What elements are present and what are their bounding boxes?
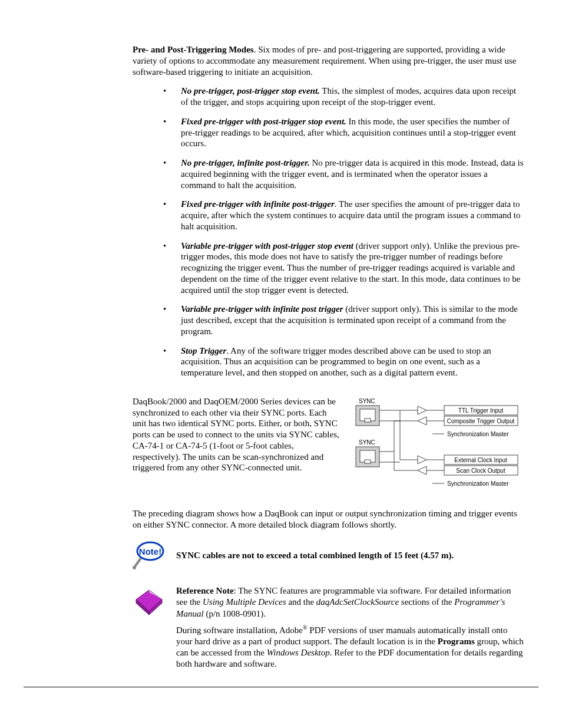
mode-name: Variable pre-trigger with post-trigger s…: [181, 241, 353, 251]
svg-text:SYNC: SYNC: [359, 439, 375, 446]
svg-point-41: [133, 566, 136, 569]
ref-text: During software installation, Adobe: [176, 625, 303, 635]
reference-body: Reference Note: The SYNC features are pr…: [176, 585, 524, 674]
list-item: Fixed pre-trigger with infinite post-tri…: [133, 199, 524, 232]
registered-symbol: ®: [303, 624, 308, 631]
mode-name: Stop Trigger: [181, 346, 226, 355]
svg-line-40: [135, 558, 141, 566]
intro-paragraph: Pre- and Post-Triggering Modes. Six mode…: [133, 44, 524, 77]
svg-marker-12: [418, 417, 427, 425]
ref-link: daqAdcSetClockSource: [316, 597, 399, 607]
ref-text: sections of the: [399, 597, 454, 607]
ref-link: Windows Desktop: [267, 648, 330, 657]
mode-name: Fixed pre-trigger with post-trigger stop…: [181, 117, 346, 126]
ref-heading: Reference Note: [176, 586, 234, 595]
list-item: Stop Trigger. Any of the software trigge…: [133, 345, 524, 378]
svg-marker-30: [418, 466, 427, 475]
mode-text: . Any of the software trigger modes desc…: [181, 346, 491, 378]
note-text: SYNC cables are not to exceed a total co…: [176, 551, 454, 561]
ref-bold: Programs: [438, 637, 475, 646]
sync-diagram: SYNC: [347, 396, 524, 496]
svg-text:SYNC: SYNC: [359, 398, 375, 404]
footer-rule: [24, 687, 538, 687]
svg-text:Note!: Note!: [139, 546, 161, 556]
svg-marker-42: [136, 590, 162, 611]
svg-rect-3: [365, 419, 371, 422]
svg-text:Synchronization Master: Synchronization Master: [447, 431, 509, 437]
list-item: Variable pre-trigger with post-trigger s…: [133, 241, 524, 296]
mode-name: No pre-trigger, post-trigger stop event.: [181, 86, 320, 95]
mode-name: Variable pre-trigger with infinite post …: [181, 304, 343, 314]
svg-rect-23: [365, 460, 371, 463]
svg-text:External Clock Input: External Clock Input: [454, 457, 507, 463]
sync-paragraph: DaqBook/2000 and DaqOEM/2000 Series devi…: [133, 396, 341, 473]
svg-marker-9: [418, 406, 427, 414]
svg-marker-27: [418, 456, 427, 464]
list-item: No pre-trigger, post-trigger stop event.…: [133, 85, 524, 108]
mode-name: No pre-trigger, infinite post-trigger.: [181, 158, 310, 167]
list-item: Variable pre-trigger with infinite post …: [133, 304, 524, 337]
list-item: Fixed pre-trigger with post-trigger stop…: [133, 116, 524, 149]
note-icon: Note!: [133, 541, 166, 570]
svg-text:Scan Clock Output: Scan Clock Output: [456, 467, 505, 474]
mode-name: Fixed pre-trigger with infinite post-tri…: [181, 199, 335, 209]
modes-list: No pre-trigger, post-trigger stop event.…: [133, 85, 524, 378]
svg-text:TTL Trigger Input: TTL Trigger Input: [458, 407, 504, 414]
after-diagram-paragraph: The preceding diagram shows how a DaqBoo…: [133, 508, 524, 531]
svg-text:Composite Trigger Output: Composite Trigger Output: [447, 418, 515, 424]
list-item: No pre-trigger, infinite post-trigger. N…: [133, 157, 524, 190]
intro-heading: Pre- and Post-Triggering Modes: [133, 45, 254, 54]
ref-link: Using Multiple Devices: [203, 597, 286, 607]
svg-text:Synchronization Master: Synchronization Master: [447, 480, 509, 487]
ref-text: and the: [286, 597, 316, 607]
reference-icon: [133, 585, 166, 617]
ref-text: (p/n 1008-0901).: [204, 609, 266, 618]
